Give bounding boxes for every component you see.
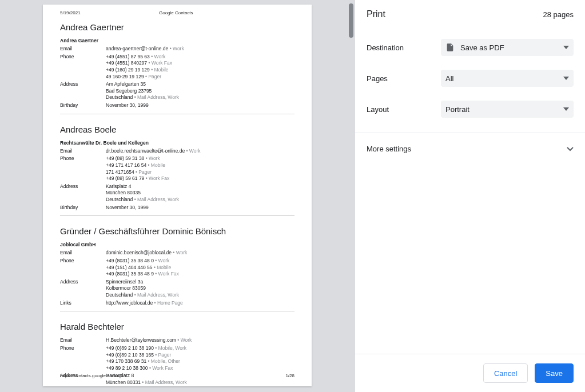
more-settings-toggle[interactable]: More settings	[355, 133, 585, 165]
birthday-row: BirthdayNovember 30, 1999	[60, 102, 295, 109]
save-button[interactable]: Save	[535, 363, 574, 383]
chevron-down-icon	[567, 147, 574, 151]
contact-block: Gründer / Geschäftsführer Dominic Bönisc…	[60, 215, 295, 306]
address-row: AddressSpinnereiinsel 3aKolbermoor 83059…	[60, 279, 295, 299]
contact-subtitle: Joblocal GmbH	[60, 242, 295, 247]
email-row: Emaildr.boele.rechtsanwaelte@t-online.de…	[60, 148, 295, 155]
preview-page: 5/19/2021 Google Contacts Andrea Gaertne…	[43, 5, 312, 386]
phone-row: Phone+49 (0)89 2 10 38 190 • Mobile, Wor…	[60, 345, 295, 372]
email-row: Emaildominic.boenisch@joblocal.de • Work	[60, 250, 295, 257]
pages-select[interactable]: All	[441, 70, 574, 87]
address-row: AddressKarlsplatz 4München 80335Deutschl…	[60, 183, 295, 203]
destination-select[interactable]: Save as PDF	[441, 39, 574, 56]
phone-row: Phone+49 (8031) 35 38 48 0 • Work+49 (15…	[60, 258, 295, 278]
contact-block: Andreas BoeleRechtsanwälte Dr. Boele und…	[60, 114, 295, 211]
preview-scrollbar[interactable]	[349, 3, 353, 38]
pages-value: All	[445, 74, 453, 83]
email-row: Emailandrea-gaertner@t-online.de • Work	[60, 46, 295, 53]
cancel-button[interactable]: Cancel	[483, 363, 528, 383]
phone-row: Phone+49 (89) 59 31 38 • Work+49 171 417…	[60, 155, 295, 182]
caret-down-icon	[563, 77, 569, 80]
page-date: 5/19/2021	[60, 10, 81, 15]
page-header: 5/19/2021 Google Contacts	[60, 10, 295, 15]
contact-name: Gründer / Geschäftsführer Dominic Bönisc…	[60, 226, 295, 236]
pages-label: Pages	[367, 74, 441, 83]
address-row: AddressAm Apfelgarten 35Bad Segeberg 237…	[60, 81, 295, 101]
caret-down-icon	[563, 107, 569, 111]
destination-row: Destination Save as PDF	[367, 32, 574, 63]
caret-down-icon	[563, 46, 569, 49]
page-footer-url: https://contacts.google.com/u/1/	[60, 373, 125, 378]
destination-value: Save as PDF	[460, 43, 504, 52]
page-footer: https://contacts.google.com/u/1/ 1/28	[60, 373, 295, 378]
layout-row: Layout Portrait	[367, 94, 574, 125]
contact-subtitle: Rechtsanwälte Dr. Boele und Kollegen	[60, 140, 295, 146]
contact-name: Andrea Gaertner	[60, 22, 295, 32]
more-settings-label: More settings	[367, 145, 411, 153]
print-header: Print 28 pages	[355, 0, 585, 29]
email-row: EmailH.Bechteler@taylorwessing.com • Wor…	[60, 337, 295, 344]
page-footer-pagination: 1/28	[285, 373, 295, 378]
basic-settings: Destination Save as PDF Pages All L	[355, 29, 585, 133]
dialog-actions: Cancel Save	[355, 354, 585, 392]
contact-subtitle: Andrea Gaertner	[60, 38, 295, 43]
page-count: 28 pages	[543, 10, 574, 19]
page-doc-title: Google Contacts	[81, 10, 272, 15]
phone-row: Phone+49 (4551) 87 95 63 • Work+49 (4551…	[60, 54, 295, 81]
print-title: Print	[367, 9, 385, 19]
layout-label: Layout	[367, 105, 441, 114]
contact-name: Andreas Boele	[60, 125, 295, 134]
layout-select[interactable]: Portrait	[441, 101, 574, 118]
contact-block: Andrea GaertnerAndrea GaertnerEmailandre…	[60, 22, 295, 109]
destination-label: Destination	[367, 43, 441, 52]
print-settings-panel: Print 28 pages Destination Save as PDF P…	[355, 0, 585, 392]
birthday-row: BirthdayNovember 30, 1999	[60, 205, 295, 211]
pages-row: Pages All	[367, 63, 574, 94]
pdf-icon	[445, 43, 455, 52]
print-preview-pane: 5/19/2021 Google Contacts Andrea Gaertne…	[0, 0, 355, 392]
layout-value: Portrait	[445, 105, 469, 114]
contact-name: Harald Bechteler	[60, 322, 295, 331]
links-row: Linkshttp://www.joblocal.de • Home Page	[60, 300, 295, 307]
